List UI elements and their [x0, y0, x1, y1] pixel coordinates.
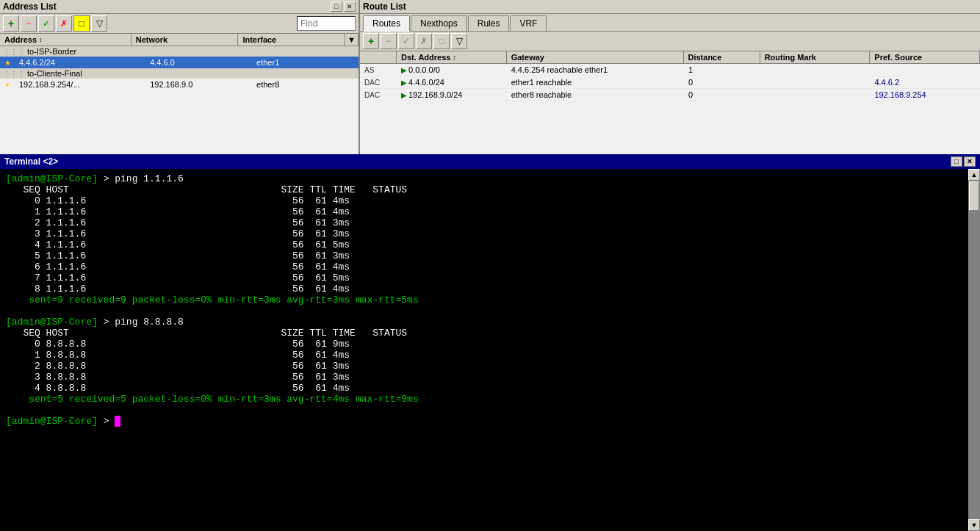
route-gw-2: ether8 reachable: [507, 90, 684, 100]
route-dist-1: 0: [684, 77, 760, 87]
group-cliente-label: to-Cliente-Final: [27, 69, 82, 78]
address-cell-cliente-iface: ether8: [252, 79, 359, 90]
address-row-cliente[interactable]: ✦ 192.168.9.254/... 192.168.9.0 ether8: [0, 79, 359, 90]
close-button[interactable]: ✕: [344, 1, 356, 12]
route-flag-2: DAC: [360, 90, 397, 100]
route-src-2: 192.168.9.254: [870, 90, 980, 100]
disable-address-button[interactable]: ✗: [56, 15, 72, 32]
copy-route-button[interactable]: □: [433, 33, 450, 49]
scrollbar-thumb[interactable]: [969, 181, 979, 211]
route-flag-1: DAC: [360, 78, 397, 87]
tab-rules[interactable]: Rules: [468, 15, 510, 31]
route-list-panel: Route List Routes Nexthops Rules VRF + −…: [360, 0, 980, 154]
find-address-input[interactable]: [297, 16, 356, 31]
terminal-titlebar-buttons: □ ✕: [951, 156, 976, 167]
terminal-title: Terminal <2>: [4, 156, 58, 167]
route-dst-0: ▶0.0.0.0/0: [397, 65, 507, 75]
gw-col-header[interactable]: Gateway: [507, 51, 684, 63]
dst-col-header[interactable]: Dst. Address ↕: [397, 51, 507, 63]
copy-address-button[interactable]: □: [73, 15, 90, 32]
address-row-cliente-icon: ✦: [0, 81, 15, 89]
flag-col-header[interactable]: [360, 51, 397, 63]
address-group-isp-border: ⋮⋮⋮ to-ISP-Border: [0, 46, 359, 57]
address-list-toolbar: + − ✓ ✗ □ ▽: [0, 14, 359, 34]
route-gw-0: 4.4.6.254 reachable ether1: [507, 65, 684, 75]
restore-button[interactable]: □: [331, 1, 342, 12]
address-list-titlebar-buttons: □ ✕: [331, 1, 356, 12]
interface-col-header[interactable]: Interface: [238, 34, 345, 46]
route-row-2[interactable]: DAC ▶192.168.9.0/24 ether8 reachable 0 1…: [360, 89, 980, 101]
route-list-title: Route List: [363, 1, 406, 12]
filter-address-button[interactable]: ▽: [91, 15, 107, 32]
terminal-restore-button[interactable]: □: [951, 156, 962, 167]
route-table-body: AS ▶0.0.0.0/0 4.4.6.254 reachable ether1…: [360, 64, 980, 154]
address-list-panel: Address List □ ✕ + − ✓ ✗ □ ▽ Address ↕ N…: [0, 0, 360, 154]
terminal-panel: Terminal <2> □ ✕ [admin@ISP-Core] > ping…: [0, 154, 980, 531]
filter-route-button[interactable]: ▽: [451, 33, 467, 49]
route-tabs-bar: Routes Nexthops Rules VRF: [360, 14, 980, 32]
disable-route-button[interactable]: ✗: [416, 33, 432, 49]
route-toolbar: + − ✓ ✗ □ ▽: [360, 32, 980, 51]
scrollbar-track[interactable]: [968, 181, 980, 519]
network-col-header[interactable]: Network: [131, 34, 239, 46]
route-dist-2: 0: [684, 90, 760, 100]
enable-address-button[interactable]: ✓: [38, 15, 54, 32]
scrollbar-up-button[interactable]: ▲: [968, 169, 980, 181]
route-src-1: 4.4.6.2: [870, 77, 980, 87]
terminal-scrollbar[interactable]: ▲ ▼: [968, 169, 980, 531]
route-mark-1: [760, 82, 871, 83]
route-dst-1: ▶4.4.6.0/24: [397, 77, 507, 87]
remove-address-button[interactable]: −: [21, 15, 37, 32]
address-col-header[interactable]: Address ↕: [0, 34, 131, 46]
src-col-header[interactable]: Pref. Source: [870, 51, 980, 63]
address-cell-isp-net: 4.4.6.0: [145, 57, 252, 68]
dist-col-header[interactable]: Distance: [684, 51, 760, 63]
tab-routes[interactable]: Routes: [363, 15, 410, 32]
enable-route-button[interactable]: ✓: [398, 33, 414, 49]
address-row-isp-icon: ★: [0, 59, 15, 67]
remove-route-button[interactable]: −: [381, 33, 397, 49]
route-table-header: Dst. Address ↕ Gateway Distance Routing …: [360, 51, 980, 64]
route-gw-1: ether1 reachable: [507, 77, 684, 87]
route-flag-0: AS: [360, 65, 397, 75]
terminal-body[interactable]: [admin@ISP-Core] > ping 1.1.1.6 SEQ HOST…: [0, 169, 968, 531]
address-group-cliente-final: ⋮⋮⋮ to-Cliente-Final: [0, 68, 359, 79]
address-list-title: Address List: [3, 1, 57, 12]
address-cell-cliente-addr: 192.168.9.254/...: [15, 79, 145, 90]
terminal-close-button[interactable]: ✕: [964, 156, 976, 167]
route-row-1[interactable]: DAC ▶4.4.6.0/24 ether1 reachable 0 4.4.6…: [360, 76, 980, 89]
scrollbar-down-button[interactable]: ▼: [968, 519, 980, 531]
route-dist-0: 1: [684, 65, 760, 75]
add-route-button[interactable]: +: [363, 33, 379, 49]
address-cell-cliente-net: 192.168.9.0: [145, 79, 252, 90]
add-address-button[interactable]: +: [3, 15, 19, 32]
route-row-0[interactable]: AS ▶0.0.0.0/0 4.4.6.254 reachable ether1…: [360, 64, 980, 76]
address-row-isp[interactable]: ★ 4.4.6.2/24 4.4.6.0 ether1: [0, 57, 359, 68]
address-table-header: Address ↕ Network Interface ▼: [0, 34, 359, 46]
mark-col-header[interactable]: Routing Mark: [760, 51, 871, 63]
tab-nexthops[interactable]: Nexthops: [411, 15, 467, 31]
address-cell-isp-addr: 4.4.6.2/24: [15, 57, 145, 68]
address-table-body: ⋮⋮⋮ to-ISP-Border ★ 4.4.6.2/24 4.4.6.0 e…: [0, 46, 359, 154]
address-list-titlebar: Address List □ ✕: [0, 0, 359, 14]
route-list-titlebar: Route List: [360, 0, 980, 14]
route-mark-0: [760, 69, 871, 71]
route-src-0: [870, 69, 980, 71]
terminal-cursor: [115, 416, 120, 427]
address-cell-isp-iface: ether1: [252, 57, 359, 68]
column-dropdown-button[interactable]: ▼: [345, 34, 359, 46]
route-dst-2: ▶192.168.9.0/24: [397, 90, 507, 100]
terminal-body-container: [admin@ISP-Core] > ping 1.1.1.6 SEQ HOST…: [0, 169, 980, 531]
terminal-content: [admin@ISP-Core] > ping 1.1.1.6 SEQ HOST…: [6, 173, 962, 527]
route-mark-2: [760, 94, 871, 95]
terminal-titlebar: Terminal <2> □ ✕: [0, 154, 980, 169]
tab-vrf[interactable]: VRF: [510, 15, 547, 31]
group-isp-border-label: to-ISP-Border: [27, 47, 76, 56]
